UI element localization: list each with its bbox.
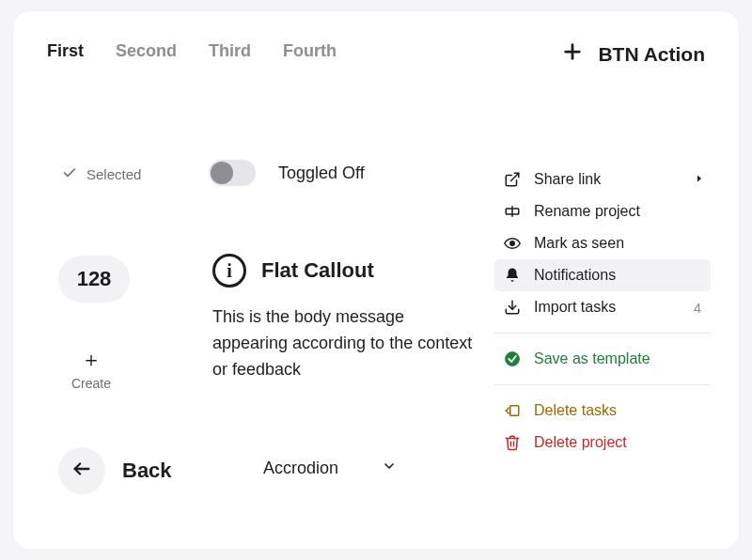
accordion-toggle[interactable]: Accrodion (263, 459, 397, 478)
component-showcase-card: First Second Third Fourth BTN Action Sel… (13, 11, 739, 549)
check-circle-icon (504, 350, 521, 367)
back-circle (58, 447, 105, 494)
svg-point-9 (506, 352, 520, 366)
info-icon: i (212, 254, 246, 288)
toggle-off[interactable] (209, 160, 256, 186)
create-button[interactable]: ＋ Create (71, 350, 111, 391)
menu-separator (494, 384, 711, 385)
plus-icon: ＋ (81, 350, 102, 370)
selected-chip: Selected (62, 165, 141, 183)
menu-separator (494, 333, 711, 334)
flat-callout: i Flat Callout This is the body message … (212, 254, 476, 383)
menu-save-template[interactable]: Save as template (494, 343, 711, 375)
selected-label: Selected (86, 166, 141, 182)
menu-rename-project[interactable]: Rename project (494, 195, 711, 227)
menu-item-label: Notifications (534, 267, 701, 284)
create-label: Create (71, 376, 111, 391)
back-button[interactable]: Back (58, 447, 172, 494)
eye-icon (504, 235, 521, 252)
menu-item-label: Save as template (534, 350, 701, 367)
external-link-icon (504, 171, 521, 188)
menu-item-label: Import tasks (534, 299, 681, 316)
tab-second[interactable]: Second (116, 41, 177, 61)
toggle-row: Toggled Off (209, 160, 365, 186)
back-label: Back (122, 459, 172, 483)
toggle-knob (211, 162, 233, 184)
check-icon (62, 165, 77, 183)
menu-item-label: Mark as seen (534, 235, 701, 252)
tab-third[interactable]: Third (209, 41, 251, 61)
svg-point-7 (510, 241, 515, 246)
menu-share-link[interactable]: Share link (494, 163, 711, 195)
menu-item-label: Delete project (534, 434, 701, 451)
svg-line-3 (511, 173, 519, 180)
callout-body: This is the body message appearing accor… (212, 304, 476, 383)
arrow-left-icon (71, 459, 92, 483)
menu-delete-tasks[interactable]: Delete tasks (494, 395, 711, 427)
btn-action-label: BTN Action (598, 43, 705, 66)
svg-line-12 (506, 411, 509, 413)
toggle-label: Toggled Off (278, 163, 365, 183)
rename-icon (504, 203, 521, 220)
menu-item-count: 4 (694, 300, 701, 316)
menu-notifications[interactable]: Notifications (494, 259, 711, 291)
tab-fourth[interactable]: Fourth (283, 41, 337, 61)
trash-icon (504, 434, 521, 451)
accordion-label: Accrodion (263, 459, 338, 478)
tab-first[interactable]: First (47, 41, 84, 61)
svg-marker-4 (697, 176, 701, 182)
context-menu: Share link Rename project Mark as seen N… (494, 163, 711, 459)
chevron-down-icon (382, 459, 397, 478)
menu-delete-project[interactable]: Delete project (494, 427, 711, 459)
delete-tasks-icon (504, 402, 521, 419)
callout-title: Flat Callout (261, 258, 374, 283)
download-icon (504, 299, 521, 316)
plus-icon (562, 41, 583, 67)
count-badge: 128 (58, 256, 130, 303)
svg-rect-10 (510, 406, 519, 416)
menu-item-label: Delete tasks (534, 402, 701, 419)
btn-action-button[interactable]: BTN Action (562, 41, 705, 67)
menu-item-label: Share link (534, 171, 701, 188)
menu-import-tasks[interactable]: Import tasks 4 (494, 291, 711, 323)
menu-item-label: Rename project (534, 203, 701, 220)
bell-icon (504, 267, 521, 284)
menu-mark-seen[interactable]: Mark as seen (494, 227, 711, 259)
chevron-right-icon (694, 171, 705, 188)
